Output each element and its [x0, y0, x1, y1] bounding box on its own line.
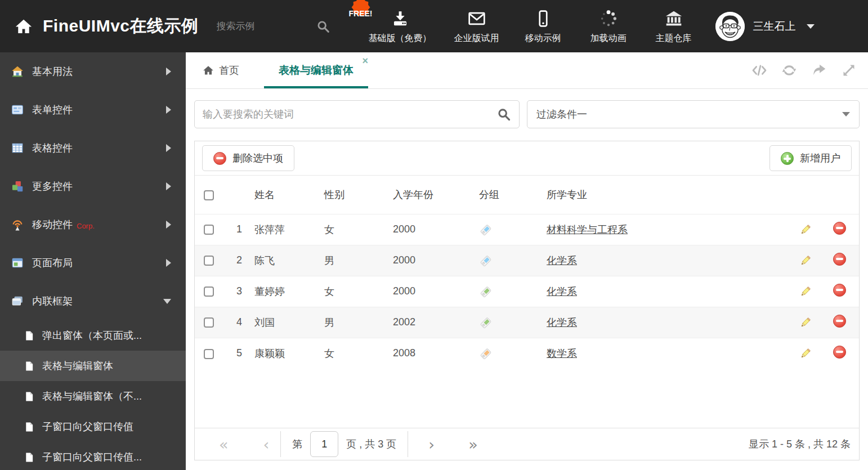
download-icon: [391, 9, 410, 28]
sidebar-item-inline-frame[interactable]: 内联框架: [0, 282, 186, 320]
user-menu[interactable]: 三生石上: [715, 12, 815, 41]
cell-year: 2008: [386, 338, 473, 369]
first-page-button[interactable]: «: [219, 437, 229, 452]
refresh-icon[interactable]: [781, 62, 797, 78]
page-number-input[interactable]: [310, 431, 338, 457]
brand[interactable]: FineUIMvc在线示例: [0, 15, 199, 38]
sidebar-subitem-popup-window[interactable]: 弹出窗体（本页面或...: [0, 320, 186, 351]
nav-item-enterprise-trial[interactable]: 企业版试用: [449, 0, 505, 52]
edit-icon[interactable]: [799, 254, 812, 267]
top-bar: FineUIMvc在线示例 FREE! 基础版（免费）: [0, 0, 868, 52]
search-icon[interactable]: [496, 107, 511, 122]
home-colored-icon: [11, 65, 24, 78]
nav-item-basic-free[interactable]: FREE! 基础版（免费）: [363, 0, 437, 52]
row-number: 4: [223, 307, 245, 338]
select-all-checkbox[interactable]: [204, 190, 214, 200]
sidebar-subitem-grid-edit-window[interactable]: 表格与编辑窗体: [0, 351, 186, 381]
top-search-input[interactable]: [217, 21, 301, 32]
keyword-search-input[interactable]: [203, 109, 496, 120]
sidebar-item-label: 页面布局: [32, 256, 73, 270]
search-icon[interactable]: [316, 19, 330, 34]
row-checkbox[interactable]: [204, 287, 214, 297]
sidebar-item-basic-usage[interactable]: 基本用法: [0, 52, 186, 91]
table-row: 1 张萍萍 女 2000: [195, 214, 859, 245]
nav-label: 加载动画: [590, 33, 627, 44]
row-number: 3: [223, 276, 245, 307]
avatar: [715, 12, 745, 41]
row-checkbox[interactable]: [204, 256, 214, 266]
row-checkbox[interactable]: [204, 349, 214, 359]
chevron-right-icon: [166, 144, 171, 152]
file-icon: [24, 422, 34, 432]
sidebar-subitem-child-to-parent[interactable]: 子窗口向父窗口传值: [0, 411, 186, 442]
major-link[interactable]: 化学系: [547, 255, 577, 266]
frames-icon: [11, 295, 24, 307]
nav-item-theme-repo[interactable]: 主题仓库: [647, 0, 701, 52]
form-icon: [11, 104, 24, 116]
delete-icon[interactable]: [833, 346, 846, 359]
major-link[interactable]: 化学系: [547, 317, 577, 328]
expand-icon[interactable]: [841, 62, 857, 78]
sidebar-item-label: 更多控件: [32, 180, 73, 193]
add-user-button[interactable]: 新增用户: [769, 145, 852, 171]
username: 三生石上: [753, 19, 796, 34]
layout-icon: [11, 257, 24, 269]
cell-name: 康颖颖: [245, 338, 319, 369]
sidebar-subitem-label: 弹出窗体（本页面或...: [42, 329, 142, 342]
delete-selected-button[interactable]: 删除选中项: [202, 145, 294, 171]
close-icon[interactable]: [362, 56, 368, 66]
sidebar-subitem-grid-edit-window-2[interactable]: 表格与编辑窗体（不...: [0, 381, 186, 411]
prev-page-button[interactable]: ‹: [263, 437, 270, 452]
delete-icon[interactable]: [833, 222, 846, 235]
sidebar-item-mobile-controls[interactable]: 移动控件 Corp.: [0, 205, 186, 244]
sidebar-item-more-controls[interactable]: 更多控件: [0, 167, 186, 205]
edit-icon[interactable]: [799, 347, 812, 360]
sidebar-subitem-child-to-parent-2[interactable]: 子窗口向父窗口传值...: [0, 442, 186, 470]
nav-item-loading-animation[interactable]: 加载动画: [581, 0, 636, 52]
sidebar: 基本用法 表单控件 表格控件: [0, 52, 186, 470]
delete-icon[interactable]: [833, 284, 846, 297]
sidebar-item-grid-controls[interactable]: 表格控件: [0, 129, 186, 167]
nav-item-mobile-demo[interactable]: 移动示例: [516, 0, 570, 52]
sidebar-subitem-label: 子窗口向父窗口传值: [42, 420, 133, 433]
nav-label: 基础版（免费）: [369, 33, 432, 44]
delete-icon[interactable]: [833, 315, 846, 328]
tab-grid-edit-window[interactable]: 表格与编辑窗体: [264, 52, 368, 88]
sidebar-item-form-controls[interactable]: 表单控件: [0, 91, 186, 129]
grid-icon: [11, 142, 24, 154]
users-table: 姓名 性别 入学年份 分组 所学专业 1 张萍萍 女 2000: [195, 176, 859, 369]
sidebar-item-page-layout[interactable]: 页面布局: [0, 244, 186, 282]
sidebar-item-label: 表单控件: [32, 103, 73, 117]
row-number: 5: [223, 338, 245, 369]
last-page-button[interactable]: »: [468, 437, 478, 452]
minus-circle-icon: [213, 152, 226, 165]
edit-icon[interactable]: [799, 285, 812, 298]
edit-icon[interactable]: [799, 316, 812, 329]
chevron-right-icon: [166, 259, 171, 267]
edit-icon[interactable]: [799, 223, 812, 236]
major-link[interactable]: 数学系: [547, 348, 577, 359]
sidebar-item-label: 基本用法: [32, 65, 73, 78]
chevron-right-icon: [166, 68, 171, 75]
cell-year: 2000: [386, 214, 473, 245]
pager-divider: [280, 431, 281, 457]
filter-dropdown[interactable]: 过滤条件一: [527, 100, 860, 128]
source-code-icon[interactable]: [751, 62, 767, 78]
row-checkbox[interactable]: [204, 317, 214, 328]
home-icon: [15, 17, 33, 35]
major-link[interactable]: 材料科学与工程系: [547, 224, 628, 235]
table-row: 4 刘国 男 2002: [195, 307, 859, 338]
row-checkbox[interactable]: [204, 225, 214, 235]
keyword-search-field[interactable]: [194, 100, 520, 128]
tab-home[interactable]: 首页: [203, 52, 239, 88]
table-empty-space: [195, 369, 859, 428]
cell-name: 陈飞: [245, 245, 319, 276]
delete-icon[interactable]: [833, 253, 846, 266]
open-in-new-icon[interactable]: [811, 62, 827, 78]
next-page-button[interactable]: ›: [428, 437, 435, 452]
nav-label: 移动示例: [525, 33, 561, 44]
sidebar-item-label: 内联框架: [32, 294, 73, 308]
major-link[interactable]: 化学系: [547, 286, 577, 297]
tag-icon: [479, 254, 493, 267]
pagination-bar: « ‹ 第 页 , 共 3 页 › » 显示 1 - 5 条 , 共 12 条: [195, 428, 859, 460]
